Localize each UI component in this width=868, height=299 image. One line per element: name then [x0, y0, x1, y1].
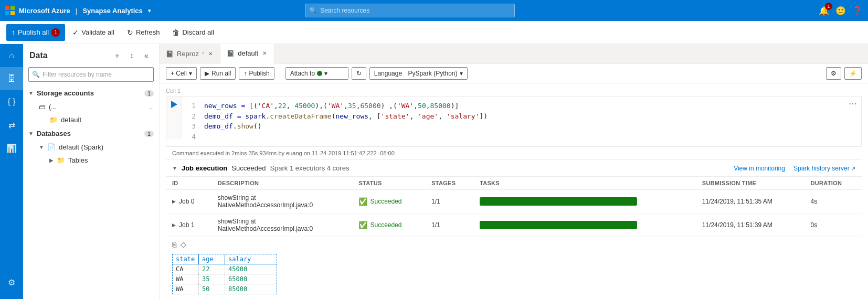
storage-accounts-header[interactable]: ▼ Storage accounts 1	[23, 86, 159, 100]
storage-accounts-count: 1	[144, 90, 154, 97]
job-execution-header: ▼ Job execution Succeeded Spark 1 execut…	[166, 160, 862, 177]
spark-history-link[interactable]: Spark history server ↗	[793, 165, 855, 172]
job-duration-cell: 0s	[805, 213, 862, 237]
nav-integrate-icon[interactable]: ⇄	[0, 113, 23, 136]
tab-default-close-icon[interactable]: ✕	[261, 49, 268, 57]
tab-default[interactable]: 📓 default ✕	[220, 44, 274, 64]
search-bar: 🔍	[305, 4, 515, 17]
default-spark-expand-icon: ▼	[39, 144, 44, 150]
default-storage-label: default	[61, 116, 81, 124]
nav-home-icon[interactable]: ⌂	[0, 44, 23, 67]
left-nav: ⌂ 🗄 { } ⇄ 📊 ⚙	[0, 44, 23, 299]
job-expand-icon[interactable]: ▶	[172, 199, 176, 204]
cell-code[interactable]: 1 new_rows = [('CA',22, 45000),('WA',35,…	[182, 97, 844, 146]
add-button[interactable]: +	[111, 49, 123, 62]
job-exec-collapse-icon[interactable]: ▼	[172, 165, 177, 171]
data-table-container: stateagesalaryCA2245000WA3565000WA508500…	[166, 252, 862, 299]
attach-to-dropdown[interactable]: Attach to ▾	[285, 67, 348, 80]
view-in-monitoring-link[interactable]: View in monitoring	[734, 165, 785, 172]
settings-icon[interactable]: ⚙	[826, 67, 841, 80]
tree-section: ▼ Storage accounts 1 🗃 (... ... 📁 defaul…	[23, 86, 159, 299]
discard-icon: 🗑	[172, 28, 179, 37]
default-spark-label: default (Spark)	[59, 143, 103, 151]
search-icon: 🔍	[32, 71, 40, 78]
tables-item[interactable]: ▶ 📁 Tables	[23, 154, 159, 167]
notification-icon[interactable]: 🔔 1	[819, 6, 829, 16]
data-table: stateagesalaryCA2245000WA3565000WA508500…	[172, 254, 277, 294]
nav-manage-icon[interactable]: ⚙	[0, 271, 23, 294]
default-storage-item[interactable]: 📁 default	[23, 113, 159, 126]
language-chevron-icon: ▾	[460, 70, 463, 77]
notebook-toolbar: + Cell ▾ ▶ Run all ↑ Publish Attach to ▾…	[160, 64, 868, 83]
language-value: PySpark (Python)	[408, 70, 457, 77]
col-stages: STAGES	[425, 177, 473, 190]
publish-button[interactable]: ↑ Publish	[239, 67, 274, 80]
refresh-label: Refresh	[136, 28, 160, 36]
cell-container: 1 new_rows = [('CA',22, 45000),('WA',35,…	[166, 96, 862, 146]
job-duration-cell: 4s	[805, 190, 862, 213]
run-cell-button[interactable]	[166, 97, 182, 138]
main-layout: ⌂ 🗄 { } ⇄ 📊 ⚙ Data + ↕ « 🔍 ▼ Storage acc…	[0, 44, 868, 299]
cell-more-button[interactable]: ⋯	[844, 97, 861, 111]
data-table-data-cell: 35	[199, 274, 225, 284]
databases-header[interactable]: ▼ Databases 1	[23, 126, 159, 141]
job-tasks-cell	[473, 213, 696, 237]
status-label: Succeeded	[370, 221, 401, 229]
more-options-icon[interactable]: ⚡	[844, 67, 862, 80]
table-row: ▶ Job 0 showString atNativeMethodAccesso…	[166, 190, 862, 213]
tables-label: Tables	[68, 156, 88, 164]
discard-all-button[interactable]: 🗑 Discard all	[167, 24, 219, 41]
brand: Microsoft Azure | Synapse Analytics ▾	[5, 6, 151, 15]
add-cell-button[interactable]: + Cell ▾	[166, 67, 197, 80]
azure-label: Microsoft Azure	[19, 7, 70, 15]
nav-monitor-icon[interactable]: 📊	[0, 136, 23, 159]
job-tasks-cell	[473, 190, 696, 213]
tables-expand-icon: ▶	[49, 157, 54, 163]
workspace-chevron-icon[interactable]: ▾	[148, 8, 151, 14]
run-all-button[interactable]: ▶ Run all	[200, 67, 236, 80]
code-line-3: 3 demo_df.show()	[188, 121, 838, 132]
data-table-data-cell: 50	[199, 284, 225, 294]
databases-label: Databases	[37, 130, 71, 137]
validate-all-button[interactable]: ✓ Validate all	[67, 24, 120, 41]
tab-reproz-close-icon[interactable]: ✕	[207, 50, 214, 58]
data-table-data-cell: 22	[199, 264, 225, 274]
help-icon[interactable]: ❓	[852, 6, 863, 16]
notification-badge: 1	[825, 3, 832, 10]
validate-all-label: Validate all	[81, 28, 114, 36]
default-spark-item[interactable]: ▼ 📄 default (Spark)	[23, 141, 159, 154]
progress-bar-container	[480, 221, 637, 229]
databases-count: 1	[144, 131, 154, 137]
progress-bar	[480, 221, 637, 229]
output-area: Command executed in 2mins 35s 934ms by e…	[166, 146, 862, 299]
search-input[interactable]	[305, 4, 515, 17]
job-submission-time-cell: 11/24/2019, 11:51:39 AM	[696, 213, 805, 237]
filter-input[interactable]	[28, 67, 154, 82]
publish-all-button[interactable]: ↑ Publish all 1	[6, 24, 65, 41]
nav-data-icon[interactable]: 🗄	[0, 67, 23, 90]
copy-output-icon[interactable]: ⎘	[172, 240, 176, 249]
job-id-cell: ▶ Job 0	[166, 190, 211, 213]
refresh-session-button[interactable]: ↻	[352, 67, 366, 80]
tab-modified-indicator: *	[202, 51, 204, 57]
sort-icon[interactable]: ↕	[125, 49, 138, 62]
collapse-panel-icon[interactable]: «	[140, 49, 153, 62]
nav-develop-icon[interactable]: { }	[0, 90, 23, 113]
clear-output-icon[interactable]: ◇	[181, 240, 186, 249]
status-check-icon: ✅	[358, 221, 367, 229]
storage-account-item[interactable]: 🗃 (... ...	[23, 100, 159, 113]
feedback-icon[interactable]: 🙂	[835, 6, 846, 16]
language-dropdown[interactable]: Language PySpark (Python) ▾	[369, 67, 468, 80]
job-execution-label: Job execution	[182, 164, 227, 172]
microsoft-logo	[5, 6, 15, 15]
workspace-name: Synapse Analytics	[82, 7, 142, 15]
toolbar: ↑ Publish all 1 ✓ Validate all ↻ Refresh…	[0, 21, 868, 44]
publish-all-badge: 1	[51, 28, 60, 37]
tab-reproz[interactable]: 📓 Reproz * ✕	[160, 44, 220, 64]
run-all-icon: ▶	[205, 70, 209, 77]
notebook-icon-2: 📓	[227, 50, 235, 57]
job-expand-icon[interactable]: ▶	[172, 222, 176, 228]
publish-icon: ↑	[12, 28, 15, 37]
refresh-button[interactable]: ↻ Refresh	[122, 24, 165, 41]
data-table-data-cell: WA	[173, 284, 199, 294]
